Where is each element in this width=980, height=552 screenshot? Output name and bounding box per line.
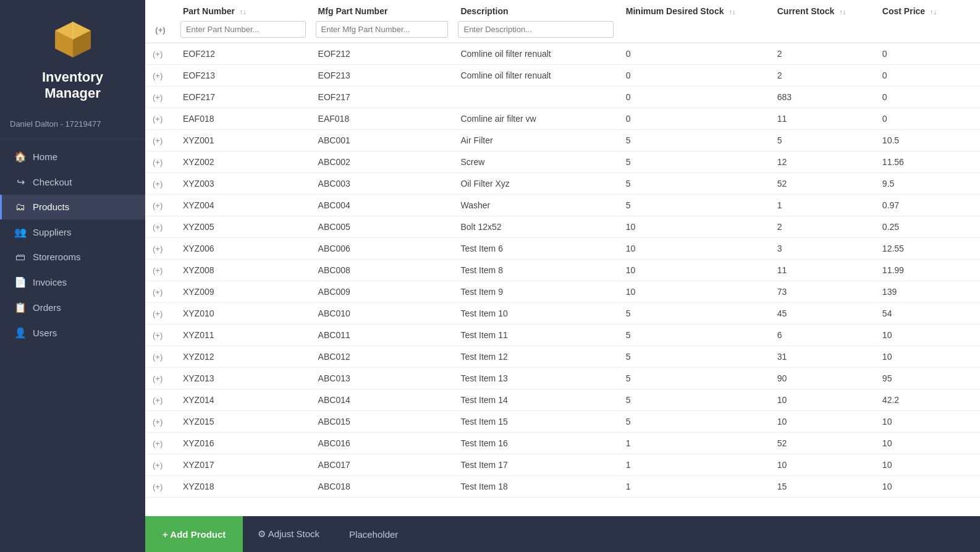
table-row[interactable]: (+) XYZ005 ABC005 Bolt 12x52 10 2 0.25: [145, 216, 980, 238]
col-header-part-number[interactable]: Part Number ↑↓: [175, 0, 311, 19]
row-description: Test Item 9: [453, 281, 618, 303]
row-cost-price: 12.55: [875, 238, 980, 260]
sidebar-item-suppliers[interactable]: 👥 Suppliers: [0, 219, 145, 245]
table-row[interactable]: (+) XYZ014 ABC014 Test Item 14 5 10 42.2: [145, 389, 980, 411]
row-expand-btn[interactable]: (+): [145, 43, 175, 65]
placeholder-button[interactable]: Placeholder: [334, 516, 413, 552]
row-part-number: XYZ006: [175, 238, 311, 260]
row-current-stock: 1: [770, 195, 875, 216]
table-row[interactable]: (+) XYZ001 ABC001 Air Filter 5 5 10.5: [145, 130, 980, 151]
table-row[interactable]: (+) XYZ015 ABC015 Test Item 15 5 10 10: [145, 411, 980, 433]
row-expand-btn[interactable]: (+): [145, 411, 175, 433]
row-current-stock: 90: [770, 368, 875, 389]
table-row[interactable]: (+) EOF212 EOF212 Comline oil filter ren…: [145, 43, 980, 65]
sidebar-item-orders[interactable]: 📋 Orders: [0, 295, 145, 320]
table-row[interactable]: (+) XYZ003 ABC003 Oil Filter Xyz 5 52 9.…: [145, 173, 980, 195]
row-description: Test Item 11: [453, 325, 618, 346]
table-row[interactable]: (+) XYZ012 ABC012 Test Item 12 5 31 10: [145, 346, 980, 368]
row-expand-btn[interactable]: (+): [145, 325, 175, 346]
suppliers-icon: 👥: [14, 226, 27, 238]
row-mfg-part-number: ABC004: [311, 195, 454, 216]
sidebar-item-checkout[interactable]: ↪ Checkout: [0, 169, 145, 195]
row-expand-btn[interactable]: (+): [145, 260, 175, 281]
sidebar-item-home[interactable]: 🏠 Home: [0, 144, 145, 169]
row-description: Test Item 6: [453, 238, 618, 260]
filter-mfg-part-input[interactable]: [316, 21, 449, 38]
row-min-desired-stock: 5: [619, 195, 770, 216]
row-min-desired-stock: 10: [619, 216, 770, 238]
row-part-number: XYZ009: [175, 281, 311, 303]
products-table: Part Number ↑↓ Mfg Part Number Descripti…: [145, 0, 980, 498]
adjust-stock-button[interactable]: ⚙ Adjust Stock: [243, 516, 334, 552]
row-current-stock: 683: [770, 87, 875, 108]
col-header-cost-price[interactable]: Cost Price ↑↓: [875, 0, 980, 19]
row-expand-btn[interactable]: (+): [145, 173, 175, 195]
row-expand-btn[interactable]: (+): [145, 454, 175, 476]
row-expand-btn[interactable]: (+): [145, 65, 175, 87]
row-part-number: XYZ016: [175, 433, 311, 454]
row-expand-btn[interactable]: (+): [145, 195, 175, 216]
filter-part-number-input[interactable]: [180, 21, 306, 38]
row-min-desired-stock: 5: [619, 325, 770, 346]
table-row[interactable]: (+) EOF213 EOF213 Comline oil filter ren…: [145, 65, 980, 87]
sort-icon-min[interactable]: ↑↓: [729, 8, 735, 15]
table-row[interactable]: (+) XYZ006 ABC006 Test Item 6 10 3 12.55: [145, 238, 980, 260]
table-row[interactable]: (+) XYZ011 ABC011 Test Item 11 5 6 10: [145, 325, 980, 346]
col-header-min-stock[interactable]: Minimum Desired Stock ↑↓: [619, 0, 770, 19]
table-row[interactable]: (+) XYZ002 ABC002 Screw 5 12 11.56: [145, 151, 980, 173]
col-header-current-stock[interactable]: Current Stock ↑↓: [770, 0, 875, 19]
row-expand-btn[interactable]: (+): [145, 108, 175, 130]
row-expand-btn[interactable]: (+): [145, 346, 175, 368]
sidebar-item-products[interactable]: 🗂 Products: [0, 195, 145, 219]
row-cost-price: 9.5: [875, 173, 980, 195]
table-row[interactable]: (+) EOF217 EOF217 0 683 0: [145, 87, 980, 108]
row-cost-price: 10: [875, 433, 980, 454]
row-expand-btn[interactable]: (+): [145, 238, 175, 260]
row-expand-btn[interactable]: (+): [145, 281, 175, 303]
table-row[interactable]: (+) EAF018 EAF018 Comline air filter vw …: [145, 108, 980, 130]
row-min-desired-stock: 0: [619, 108, 770, 130]
row-part-number: XYZ015: [175, 411, 311, 433]
add-product-button[interactable]: + Add Product: [145, 516, 243, 552]
row-mfg-part-number: ABC017: [311, 454, 454, 476]
table-row[interactable]: (+) XYZ010 ABC010 Test Item 10 5 45 54: [145, 303, 980, 325]
table-row[interactable]: (+) XYZ013 ABC013 Test Item 13 5 90 95: [145, 368, 980, 389]
row-expand-btn[interactable]: (+): [145, 389, 175, 411]
sort-icon-part[interactable]: ↑↓: [240, 8, 247, 15]
row-expand-btn[interactable]: (+): [145, 303, 175, 325]
row-min-desired-stock: 0: [619, 87, 770, 108]
row-current-stock: 12: [770, 151, 875, 173]
table-row[interactable]: (+) XYZ017 ABC017 Test Item 17 1 10 10: [145, 454, 980, 476]
row-expand-btn[interactable]: (+): [145, 476, 175, 498]
row-min-desired-stock: 5: [619, 151, 770, 173]
table-row[interactable]: (+) XYZ004 ABC004 Washer 5 1 0.97: [145, 195, 980, 216]
row-expand-btn[interactable]: (+): [145, 151, 175, 173]
row-expand-btn[interactable]: (+): [145, 368, 175, 389]
row-expand-btn[interactable]: (+): [145, 87, 175, 108]
sidebar-item-storerooms[interactable]: 🗃 Storerooms: [0, 245, 145, 270]
table-row[interactable]: (+) XYZ009 ABC009 Test Item 9 10 73 139: [145, 281, 980, 303]
table-row[interactable]: (+) XYZ018 ABC018 Test Item 18 1 15 10: [145, 476, 980, 498]
col-header-description: Description: [453, 0, 618, 19]
sidebar-item-users[interactable]: 👤 Users: [0, 320, 145, 346]
row-expand-btn[interactable]: (+): [145, 216, 175, 238]
row-expand-btn[interactable]: (+): [145, 130, 175, 151]
row-mfg-part-number: ABC010: [311, 303, 454, 325]
table-row[interactable]: (+) XYZ016 ABC016 Test Item 16 1 52 10: [145, 433, 980, 454]
sort-icon-stock[interactable]: ↑↓: [839, 8, 846, 15]
sidebar-item-label-storerooms: Storerooms: [33, 252, 81, 262]
add-row-btn[interactable]: (+): [155, 25, 165, 35]
sort-icon-cost[interactable]: ↑↓: [930, 8, 937, 15]
row-mfg-part-number: ABC012: [311, 346, 454, 368]
row-mfg-part-number: ABC002: [311, 151, 454, 173]
row-expand-btn[interactable]: (+): [145, 433, 175, 454]
row-part-number: XYZ010: [175, 303, 311, 325]
sidebar-item-invoices[interactable]: 📄 Invoices: [0, 270, 145, 295]
table-row[interactable]: (+) XYZ008 ABC008 Test Item 8 10 11 11.9…: [145, 260, 980, 281]
row-cost-price: 10: [875, 346, 980, 368]
home-icon: 🏠: [14, 151, 27, 163]
row-mfg-part-number: ABC015: [311, 411, 454, 433]
filter-description-input[interactable]: [458, 21, 613, 38]
products-table-wrapper[interactable]: Part Number ↑↓ Mfg Part Number Descripti…: [145, 0, 980, 516]
row-current-stock: 52: [770, 433, 875, 454]
